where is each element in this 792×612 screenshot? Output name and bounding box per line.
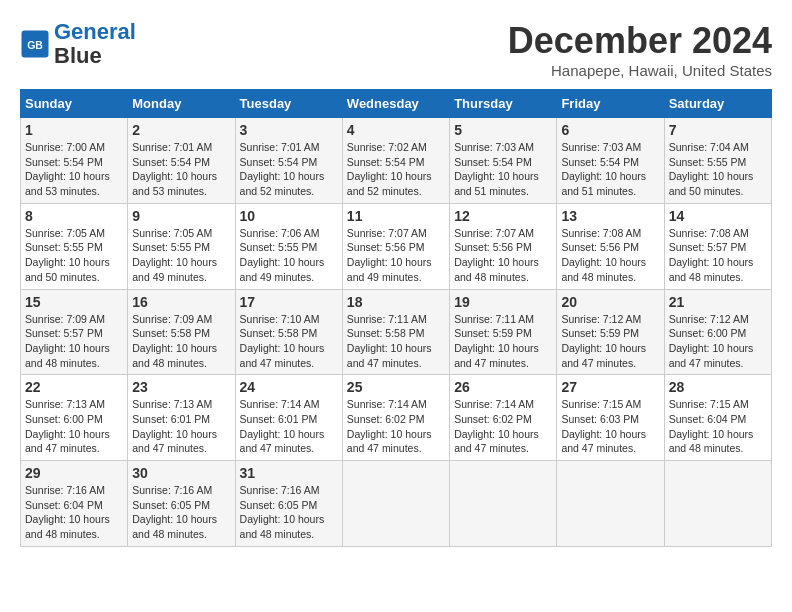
day-info: Sunrise: 7:04 AMSunset: 5:55 PMDaylight:… — [669, 141, 754, 197]
day-number: 23 — [132, 379, 230, 395]
day-number: 31 — [240, 465, 338, 481]
page-header: GB GeneralBlue December 2024 Hanapepe, H… — [20, 20, 772, 79]
table-row: 16 Sunrise: 7:09 AMSunset: 5:58 PMDaylig… — [128, 289, 235, 375]
day-info: Sunrise: 7:13 AMSunset: 6:01 PMDaylight:… — [132, 398, 217, 454]
day-info: Sunrise: 7:01 AMSunset: 5:54 PMDaylight:… — [132, 141, 217, 197]
day-number: 5 — [454, 122, 552, 138]
table-row: 31 Sunrise: 7:16 AMSunset: 6:05 PMDaylig… — [235, 461, 342, 547]
day-number: 26 — [454, 379, 552, 395]
table-row: 30 Sunrise: 7:16 AMSunset: 6:05 PMDaylig… — [128, 461, 235, 547]
table-row: 19 Sunrise: 7:11 AMSunset: 5:59 PMDaylig… — [450, 289, 557, 375]
table-row: 29 Sunrise: 7:16 AMSunset: 6:04 PMDaylig… — [21, 461, 128, 547]
calendar-row: 15 Sunrise: 7:09 AMSunset: 5:57 PMDaylig… — [21, 289, 772, 375]
table-row — [557, 461, 664, 547]
table-row: 14 Sunrise: 7:08 AMSunset: 5:57 PMDaylig… — [664, 203, 771, 289]
logo-icon: GB — [20, 29, 50, 59]
day-number: 28 — [669, 379, 767, 395]
day-info: Sunrise: 7:14 AMSunset: 6:02 PMDaylight:… — [347, 398, 432, 454]
day-number: 9 — [132, 208, 230, 224]
col-tuesday: Tuesday — [235, 90, 342, 118]
col-wednesday: Wednesday — [342, 90, 449, 118]
calendar-table: Sunday Monday Tuesday Wednesday Thursday… — [20, 89, 772, 547]
day-info: Sunrise: 7:08 AMSunset: 5:57 PMDaylight:… — [669, 227, 754, 283]
table-row: 11 Sunrise: 7:07 AMSunset: 5:56 PMDaylig… — [342, 203, 449, 289]
day-info: Sunrise: 7:05 AMSunset: 5:55 PMDaylight:… — [132, 227, 217, 283]
day-info: Sunrise: 7:09 AMSunset: 5:57 PMDaylight:… — [25, 313, 110, 369]
day-info: Sunrise: 7:14 AMSunset: 6:01 PMDaylight:… — [240, 398, 325, 454]
col-thursday: Thursday — [450, 90, 557, 118]
day-info: Sunrise: 7:12 AMSunset: 6:00 PMDaylight:… — [669, 313, 754, 369]
calendar-row: 8 Sunrise: 7:05 AMSunset: 5:55 PMDayligh… — [21, 203, 772, 289]
table-row: 23 Sunrise: 7:13 AMSunset: 6:01 PMDaylig… — [128, 375, 235, 461]
day-number: 8 — [25, 208, 123, 224]
day-number: 12 — [454, 208, 552, 224]
table-row: 18 Sunrise: 7:11 AMSunset: 5:58 PMDaylig… — [342, 289, 449, 375]
calendar-row: 29 Sunrise: 7:16 AMSunset: 6:04 PMDaylig… — [21, 461, 772, 547]
table-row: 5 Sunrise: 7:03 AMSunset: 5:54 PMDayligh… — [450, 118, 557, 204]
table-row: 27 Sunrise: 7:15 AMSunset: 6:03 PMDaylig… — [557, 375, 664, 461]
table-row — [450, 461, 557, 547]
table-row: 12 Sunrise: 7:07 AMSunset: 5:56 PMDaylig… — [450, 203, 557, 289]
table-row — [342, 461, 449, 547]
location: Hanapepe, Hawaii, United States — [508, 62, 772, 79]
table-row: 7 Sunrise: 7:04 AMSunset: 5:55 PMDayligh… — [664, 118, 771, 204]
day-info: Sunrise: 7:05 AMSunset: 5:55 PMDaylight:… — [25, 227, 110, 283]
table-row: 3 Sunrise: 7:01 AMSunset: 5:54 PMDayligh… — [235, 118, 342, 204]
day-number: 20 — [561, 294, 659, 310]
calendar-row: 1 Sunrise: 7:00 AMSunset: 5:54 PMDayligh… — [21, 118, 772, 204]
day-number: 27 — [561, 379, 659, 395]
day-number: 14 — [669, 208, 767, 224]
day-info: Sunrise: 7:14 AMSunset: 6:02 PMDaylight:… — [454, 398, 539, 454]
table-row: 21 Sunrise: 7:12 AMSunset: 6:00 PMDaylig… — [664, 289, 771, 375]
day-number: 11 — [347, 208, 445, 224]
day-info: Sunrise: 7:10 AMSunset: 5:58 PMDaylight:… — [240, 313, 325, 369]
day-number: 1 — [25, 122, 123, 138]
day-info: Sunrise: 7:11 AMSunset: 5:58 PMDaylight:… — [347, 313, 432, 369]
table-row: 8 Sunrise: 7:05 AMSunset: 5:55 PMDayligh… — [21, 203, 128, 289]
table-row: 24 Sunrise: 7:14 AMSunset: 6:01 PMDaylig… — [235, 375, 342, 461]
day-info: Sunrise: 7:16 AMSunset: 6:05 PMDaylight:… — [240, 484, 325, 540]
day-number: 29 — [25, 465, 123, 481]
logo: GB GeneralBlue — [20, 20, 136, 68]
day-number: 18 — [347, 294, 445, 310]
day-info: Sunrise: 7:09 AMSunset: 5:58 PMDaylight:… — [132, 313, 217, 369]
logo-text: GeneralBlue — [54, 20, 136, 68]
day-number: 15 — [25, 294, 123, 310]
title-block: December 2024 Hanapepe, Hawaii, United S… — [508, 20, 772, 79]
table-row: 20 Sunrise: 7:12 AMSunset: 5:59 PMDaylig… — [557, 289, 664, 375]
day-number: 30 — [132, 465, 230, 481]
table-row: 25 Sunrise: 7:14 AMSunset: 6:02 PMDaylig… — [342, 375, 449, 461]
day-info: Sunrise: 7:15 AMSunset: 6:03 PMDaylight:… — [561, 398, 646, 454]
day-info: Sunrise: 7:03 AMSunset: 5:54 PMDaylight:… — [454, 141, 539, 197]
day-number: 19 — [454, 294, 552, 310]
table-row: 15 Sunrise: 7:09 AMSunset: 5:57 PMDaylig… — [21, 289, 128, 375]
day-number: 16 — [132, 294, 230, 310]
table-row: 1 Sunrise: 7:00 AMSunset: 5:54 PMDayligh… — [21, 118, 128, 204]
col-friday: Friday — [557, 90, 664, 118]
day-number: 24 — [240, 379, 338, 395]
header-row: Sunday Monday Tuesday Wednesday Thursday… — [21, 90, 772, 118]
table-row: 2 Sunrise: 7:01 AMSunset: 5:54 PMDayligh… — [128, 118, 235, 204]
day-info: Sunrise: 7:00 AMSunset: 5:54 PMDaylight:… — [25, 141, 110, 197]
table-row: 13 Sunrise: 7:08 AMSunset: 5:56 PMDaylig… — [557, 203, 664, 289]
day-info: Sunrise: 7:15 AMSunset: 6:04 PMDaylight:… — [669, 398, 754, 454]
table-row: 28 Sunrise: 7:15 AMSunset: 6:04 PMDaylig… — [664, 375, 771, 461]
table-row: 10 Sunrise: 7:06 AMSunset: 5:55 PMDaylig… — [235, 203, 342, 289]
col-sunday: Sunday — [21, 90, 128, 118]
day-info: Sunrise: 7:12 AMSunset: 5:59 PMDaylight:… — [561, 313, 646, 369]
table-row: 26 Sunrise: 7:14 AMSunset: 6:02 PMDaylig… — [450, 375, 557, 461]
day-number: 22 — [25, 379, 123, 395]
day-info: Sunrise: 7:07 AMSunset: 5:56 PMDaylight:… — [347, 227, 432, 283]
day-info: Sunrise: 7:16 AMSunset: 6:05 PMDaylight:… — [132, 484, 217, 540]
day-number: 7 — [669, 122, 767, 138]
table-row: 4 Sunrise: 7:02 AMSunset: 5:54 PMDayligh… — [342, 118, 449, 204]
day-number: 10 — [240, 208, 338, 224]
day-info: Sunrise: 7:16 AMSunset: 6:04 PMDaylight:… — [25, 484, 110, 540]
day-info: Sunrise: 7:07 AMSunset: 5:56 PMDaylight:… — [454, 227, 539, 283]
table-row: 22 Sunrise: 7:13 AMSunset: 6:00 PMDaylig… — [21, 375, 128, 461]
day-info: Sunrise: 7:13 AMSunset: 6:00 PMDaylight:… — [25, 398, 110, 454]
col-saturday: Saturday — [664, 90, 771, 118]
col-monday: Monday — [128, 90, 235, 118]
day-number: 4 — [347, 122, 445, 138]
day-number: 13 — [561, 208, 659, 224]
